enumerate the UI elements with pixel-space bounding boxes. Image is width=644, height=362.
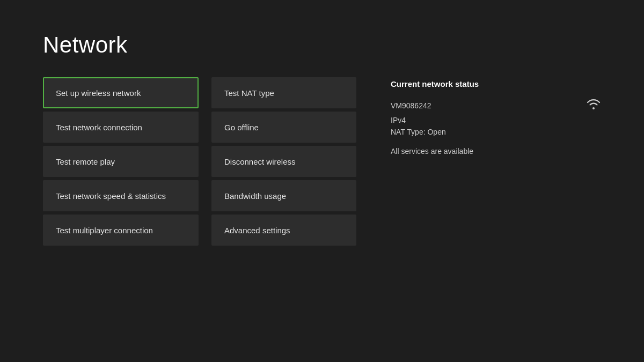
menu-item-go-offline[interactable]: Go offline [211,112,356,143]
menu-item-advanced-settings[interactable]: Advanced settings [211,215,356,246]
status-network-name: VM9086242 [391,101,431,110]
status-panel: Current network status VM9086242 IPv4 NA… [391,77,601,330]
status-title: Current network status [391,79,601,88]
page-container: Network Set up wireless network Test net… [0,0,644,362]
menu-item-setup-wireless[interactable]: Set up wireless network [43,77,199,108]
left-column: Set up wireless network Test network con… [43,77,199,330]
page-title: Network [43,32,601,58]
status-protocol: IPv4 [391,116,406,124]
menu-item-test-connection[interactable]: Test network connection [43,112,199,143]
menu-item-test-multiplayer[interactable]: Test multiplayer connection [43,215,199,246]
menu-item-test-speed[interactable]: Test network speed & statistics [43,180,199,211]
wifi-icon [586,98,601,113]
right-column: Test NAT type Go offline Disconnect wire… [211,77,356,330]
status-services: All services are available [391,147,601,156]
status-nat-row: NAT Type: Open [391,128,601,136]
status-nat-type: NAT Type: Open [391,128,446,136]
menu-item-test-remote-play[interactable]: Test remote play [43,146,199,177]
status-network-row: VM9086242 [391,98,601,113]
menu-item-bandwidth-usage[interactable]: Bandwidth usage [211,180,356,211]
content-area: Set up wireless network Test network con… [43,77,601,330]
status-protocol-row: IPv4 [391,116,601,124]
menu-item-test-nat[interactable]: Test NAT type [211,77,356,108]
menu-item-disconnect-wireless[interactable]: Disconnect wireless [211,146,356,177]
